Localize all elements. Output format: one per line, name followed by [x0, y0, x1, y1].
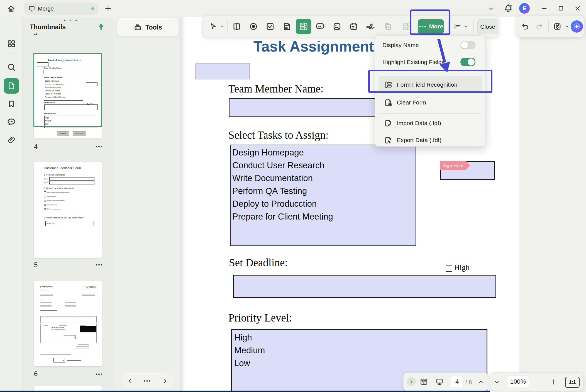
deadline-label: Set Deadline:: [229, 256, 288, 269]
page-number-input[interactable]: 4: [451, 376, 463, 388]
high-checkbox-label: High: [454, 263, 470, 272]
select-tool-icon[interactable]: [208, 20, 219, 33]
menu-item-export-data[interactable]: Export Data (.fdf): [379, 132, 482, 148]
close-button[interactable]: Close: [477, 19, 498, 34]
save-chevron-icon[interactable]: [563, 23, 570, 30]
date-field-tool-icon[interactable]: [348, 20, 360, 33]
zoom-out-icon[interactable]: [533, 378, 541, 386]
presentation-mode-icon[interactable]: [434, 377, 445, 387]
tasks-label: Select Tasks to Assign:: [228, 129, 328, 141]
annotation-arrow-icon: [423, 33, 462, 78]
priority-option[interactable]: Low: [234, 357, 487, 370]
select-tool-chevron-icon[interactable]: [218, 23, 225, 30]
task-option[interactable]: Deploy to Producction: [232, 198, 416, 210]
menu-item-clear-form[interactable]: Clear Form: [379, 95, 482, 110]
history-toolbar: [516, 16, 584, 37]
priority-label: Priority Level:: [228, 311, 292, 324]
more-button-highlight: [410, 9, 450, 35]
status-bar-left: 4 / 8: [403, 372, 488, 391]
document-content: Task Assignment Form Team Member Name: S…: [0, 0, 586, 392]
list-box-tool-icon-active[interactable]: [296, 19, 311, 34]
text-field-tool-icon[interactable]: [231, 20, 243, 33]
status-bar-right: 100% 1:1: [490, 372, 583, 391]
clear-form-icon: [384, 98, 392, 107]
ai-assistant-icon[interactable]: [571, 20, 583, 33]
expand-statusbar-icon[interactable]: [407, 377, 416, 386]
combo-box-tool-icon[interactable]: [281, 20, 293, 33]
push-button-tool-icon[interactable]: OK: [314, 20, 326, 33]
task-option[interactable]: Design Homepage: [232, 146, 416, 159]
statusbar-divider: [448, 377, 448, 387]
highlight-fields-toggle[interactable]: [460, 58, 475, 66]
tasks-listbox-field[interactable]: Design Homepage Conduct User Research Wr…: [230, 145, 416, 246]
unnamed-field[interactable]: [196, 64, 250, 79]
undo-icon[interactable]: [519, 21, 531, 32]
display-name-toggle[interactable]: [460, 41, 475, 49]
display-name-label: Display Name: [382, 42, 419, 48]
page-total-label: / 8: [465, 379, 472, 386]
task-option[interactable]: Perform QA Testing: [232, 185, 416, 198]
import-data-icon: [384, 119, 392, 127]
toolbar-divider: [473, 20, 474, 33]
zoom-level-input[interactable]: 100%: [507, 376, 529, 388]
zoom-in-icon[interactable]: [550, 378, 558, 386]
save-icon[interactable]: [552, 21, 563, 32]
high-checkbox[interactable]: [446, 265, 452, 272]
task-option[interactable]: Conduct User Research: [232, 159, 416, 172]
close-button-label: Close: [480, 23, 495, 30]
alignment-tool-icon[interactable]: [452, 21, 462, 31]
toolbar-divider: [548, 20, 549, 33]
signature-field-tool-icon[interactable]: [364, 20, 377, 33]
duplicate-field-tool-icon[interactable]: [382, 20, 394, 33]
next-page-icon[interactable]: [493, 378, 501, 386]
priority-option[interactable]: High: [234, 331, 487, 344]
previous-page-icon[interactable]: [477, 378, 485, 386]
redo-icon[interactable]: [534, 21, 545, 32]
menu-item-import-data[interactable]: Import Data (.fdf): [379, 115, 482, 131]
signature-field[interactable]: Sign Here: [440, 161, 495, 180]
checkbox-tool-icon[interactable]: [264, 20, 276, 33]
import-data-label: Import Data (.fdf): [397, 120, 441, 126]
task-option[interactable]: Prepare for Client Meeting: [232, 210, 416, 223]
menu-divider: [379, 113, 481, 114]
clear-form-label: Clear Form: [397, 99, 426, 106]
radio-button-tool-icon[interactable]: [247, 20, 260, 33]
alignment-chevron-icon[interactable]: [463, 23, 470, 30]
window-bottom-edge: [0, 391, 490, 392]
image-field-tool-icon[interactable]: [331, 20, 343, 33]
statusbar-divider: [504, 377, 504, 387]
deadline-field[interactable]: [233, 275, 496, 298]
export-data-icon: [384, 136, 392, 144]
export-data-label: Export Data (.fdf): [397, 137, 441, 143]
task-option[interactable]: Write Documentation: [232, 172, 416, 185]
actual-size-icon[interactable]: 1:1: [565, 377, 580, 388]
team-member-label: Team Member Name:: [228, 82, 324, 95]
sign-here-tag: Sign Here: [440, 161, 466, 170]
toolbar-divider: [227, 20, 228, 33]
page-layout-icon[interactable]: [419, 377, 429, 387]
priority-option[interactable]: Medium: [234, 344, 487, 357]
